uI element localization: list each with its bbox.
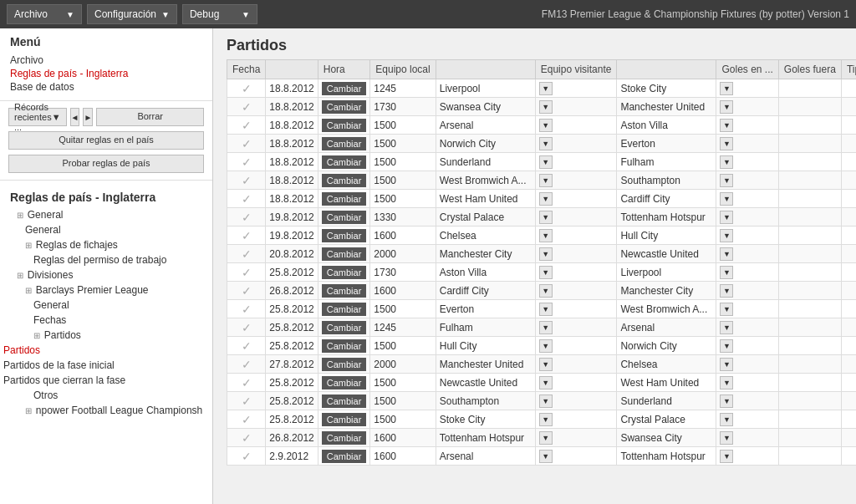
cambiar-button[interactable]: Cambiar	[322, 431, 367, 445]
tree-link[interactable]: Fechas	[0, 313, 212, 327]
config-menu[interactable]: Configuración ▼	[87, 4, 177, 24]
tree-item[interactable]: Partidos	[0, 343, 212, 358]
home-dropdown-arrow[interactable]: ▼	[539, 137, 553, 150]
away-dropdown-arrow[interactable]: ▼	[720, 155, 733, 169]
cambiar-button[interactable]: Cambiar	[322, 413, 367, 426]
cambiar-button[interactable]: Cambiar	[322, 192, 367, 206]
tree-item[interactable]: General	[0, 222, 212, 237]
home-dropdown-arrow[interactable]: ▼	[539, 100, 553, 114]
records-dropdown[interactable]: Récords recientes ... ▼	[8, 108, 67, 126]
home-dropdown-arrow[interactable]: ▼	[539, 266, 553, 279]
home-dropdown-arrow[interactable]: ▼	[539, 450, 553, 463]
cambiar-button[interactable]: Cambiar	[322, 155, 367, 169]
cambiar-button[interactable]: Cambiar	[322, 395, 367, 408]
delete-button[interactable]: Borrar	[96, 108, 204, 126]
home-dropdown-arrow[interactable]: ▼	[539, 339, 553, 353]
debug-menu[interactable]: Debug ▼	[182, 4, 257, 24]
cambiar-button[interactable]: Cambiar	[322, 303, 367, 316]
away-dropdown-arrow[interactable]: ▼	[720, 339, 733, 353]
tree-link[interactable]: ⊞ General	[0, 208, 212, 221]
table-container[interactable]: FechaHoraEquipo localEquipo visitanteGol…	[213, 59, 856, 504]
cambiar-button[interactable]: Cambiar	[322, 119, 367, 132]
away-dropdown-arrow[interactable]: ▼	[720, 395, 733, 408]
cambiar-button[interactable]: Cambiar	[322, 358, 367, 371]
tree-item[interactable]: ⊞ General	[0, 207, 212, 222]
away-dropdown-arrow[interactable]: ▼	[720, 229, 733, 242]
away-dropdown-arrow[interactable]: ▼	[720, 321, 733, 334]
tree-link[interactable]: Partidos de la fase inicial	[0, 359, 212, 372]
cambiar-button[interactable]: Cambiar	[322, 450, 367, 463]
tree-link[interactable]: ⊞ Reglas de fichajes	[0, 238, 212, 252]
away-dropdown-arrow[interactable]: ▼	[720, 303, 733, 316]
home-dropdown-arrow[interactable]: ▼	[539, 211, 553, 224]
quitar-reglas-button[interactable]: Quitar reglas en el país	[8, 131, 204, 150]
away-dropdown-arrow[interactable]: ▼	[720, 192, 733, 206]
away-dropdown-arrow[interactable]: ▼	[720, 137, 733, 150]
cambiar-button[interactable]: Cambiar	[322, 247, 367, 261]
tree-item[interactable]: Partidos que cierran la fase	[0, 373, 212, 388]
tree-item[interactable]: ⊞ npower Football League Championsh	[0, 403, 212, 418]
tree-item[interactable]: ⊞ Reglas de fichajes	[0, 237, 212, 252]
home-dropdown-arrow[interactable]: ▼	[539, 358, 553, 371]
tree-item[interactable]: General	[0, 298, 212, 313]
away-dropdown-arrow[interactable]: ▼	[720, 284, 733, 298]
away-dropdown-arrow[interactable]: ▼	[720, 82, 733, 95]
tree-link[interactable]: Reglas del permiso de trabajo	[0, 253, 212, 267]
home-dropdown-arrow[interactable]: ▼	[539, 247, 553, 261]
cambiar-button[interactable]: Cambiar	[322, 376, 367, 389]
home-dropdown-arrow[interactable]: ▼	[539, 395, 553, 408]
tree-item[interactable]: Otros	[0, 388, 212, 403]
away-dropdown-arrow[interactable]: ▼	[720, 376, 733, 389]
home-dropdown-arrow[interactable]: ▼	[539, 155, 553, 169]
cambiar-button[interactable]: Cambiar	[322, 82, 367, 95]
tree-item[interactable]: Fechas	[0, 313, 212, 328]
probar-reglas-button[interactable]: Probar reglas de país	[8, 155, 204, 173]
home-dropdown-arrow[interactable]: ▼	[539, 376, 553, 389]
cambiar-button[interactable]: Cambiar	[322, 100, 367, 114]
home-dropdown-arrow[interactable]: ▼	[539, 192, 553, 206]
away-dropdown-arrow[interactable]: ▼	[720, 266, 733, 279]
away-dropdown-arrow[interactable]: ▼	[720, 358, 733, 371]
home-dropdown-arrow[interactable]: ▼	[539, 82, 553, 95]
menu-bbdd[interactable]: Base de datos	[10, 80, 202, 94]
away-dropdown-arrow[interactable]: ▼	[720, 450, 733, 463]
cambiar-button[interactable]: Cambiar	[322, 266, 367, 279]
cambiar-button[interactable]: Cambiar	[322, 229, 367, 242]
home-dropdown-arrow[interactable]: ▼	[539, 431, 553, 445]
away-dropdown-arrow[interactable]: ▼	[720, 413, 733, 426]
tree-item[interactable]: ⊞ Divisiones	[0, 267, 212, 283]
away-dropdown-arrow[interactable]: ▼	[720, 247, 733, 261]
home-dropdown-arrow[interactable]: ▼	[539, 119, 553, 132]
home-dropdown-arrow[interactable]: ▼	[539, 174, 553, 187]
tree-link[interactable]: General	[0, 298, 212, 312]
home-dropdown-arrow[interactable]: ▼	[539, 413, 553, 426]
away-dropdown-arrow[interactable]: ▼	[720, 174, 733, 187]
cambiar-button[interactable]: Cambiar	[322, 339, 367, 353]
tree-link[interactable]: ⊞ npower Football League Championsh	[0, 404, 212, 417]
home-dropdown-arrow[interactable]: ▼	[539, 284, 553, 298]
cambiar-button[interactable]: Cambiar	[322, 211, 367, 224]
cambiar-button[interactable]: Cambiar	[322, 321, 367, 334]
archivo-menu[interactable]: Archivo ▼	[7, 4, 82, 24]
tree-item[interactable]: Partidos de la fase inicial	[0, 358, 212, 373]
tree-link[interactable]: Partidos	[0, 344, 212, 357]
cambiar-button[interactable]: Cambiar	[322, 137, 367, 150]
tree-link[interactable]: ⊞ Partidos	[0, 328, 212, 342]
menu-archivo[interactable]: Archivo	[10, 53, 202, 67]
tree-link[interactable]: ⊞ Divisiones	[0, 268, 212, 282]
away-dropdown-arrow[interactable]: ▼	[720, 119, 733, 132]
tree-item[interactable]: ⊞ Barclays Premier League	[0, 283, 212, 298]
away-dropdown-arrow[interactable]: ▼	[720, 431, 733, 445]
tree-link[interactable]: Otros	[0, 389, 212, 402]
tree-link[interactable]: General	[0, 223, 212, 237]
home-dropdown-arrow[interactable]: ▼	[539, 303, 553, 316]
nav-prev[interactable]: ◄	[70, 108, 80, 126]
cambiar-button[interactable]: Cambiar	[322, 284, 367, 298]
away-dropdown-arrow[interactable]: ▼	[720, 100, 733, 114]
away-dropdown-arrow[interactable]: ▼	[720, 211, 733, 224]
tree-item[interactable]: ⊞ Partidos	[0, 328, 212, 343]
tree-item[interactable]: Reglas del permiso de trabajo	[0, 252, 212, 267]
home-dropdown-arrow[interactable]: ▼	[539, 321, 553, 334]
tree-link[interactable]: Partidos que cierran la fase	[0, 374, 212, 387]
cambiar-button[interactable]: Cambiar	[322, 174, 367, 187]
